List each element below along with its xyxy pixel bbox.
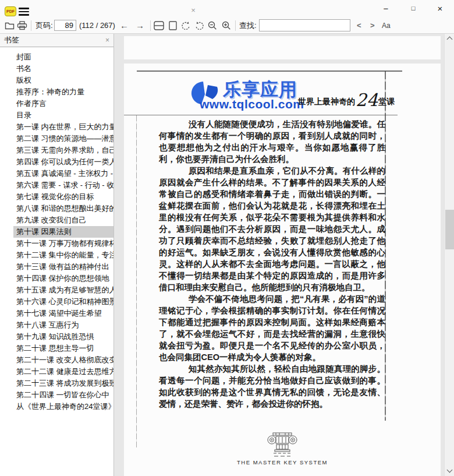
app-window: PDF × − □ × 页码: (112 / 267) ← xyxy=(0,0,454,476)
bookmark-item[interactable]: 第二十二课 健康是过去思维方式 xyxy=(0,366,114,378)
close-button[interactable]: × xyxy=(432,1,448,15)
rotate-left-icon[interactable] xyxy=(180,17,190,33)
bookmark-item[interactable]: 第四课 你可以成为任何一类人 xyxy=(0,156,114,168)
bookmark-item[interactable]: 第二十一课 改变人格彻底改变环 xyxy=(0,354,114,366)
pdf-page-current: 乐享应用 www.tqlcool.com 世界上最神奇的 24 堂课 没有人能随… xyxy=(124,64,441,476)
forward-arrow-button[interactable]: → xyxy=(136,17,144,33)
bookmark-item[interactable]: 目录 xyxy=(0,110,114,121)
page-count-info: (112 / 267) xyxy=(79,17,115,33)
footer-text: THE MASTER KEY SYSTEM xyxy=(124,459,441,466)
header-title-suffix: 堂课 xyxy=(378,97,395,109)
bookmark-item[interactable]: 第三课 无需向外界求助，自己才 xyxy=(0,144,114,156)
match-case-button[interactable]: Aa xyxy=(382,17,391,33)
bookmark-item[interactable]: 第二十四课 一切皆在你心中 xyxy=(0,389,114,401)
paragraph: 学会不偏不倚地思考问题，把“凡有果，必有因”的道理铭记于心，学会根据精确的事实制… xyxy=(159,293,385,363)
find-label: 查找: xyxy=(239,17,257,33)
paragraph: 原因和结果是直系血亲，它们从不分离。有什么样的原因就会产生什么样的结果。不了解事… xyxy=(159,165,385,293)
menu-bar xyxy=(19,14,29,16)
header-title-number: 24 xyxy=(356,91,378,109)
print-icon[interactable] xyxy=(17,17,27,33)
bookmark-item[interactable]: 第十九课 知识战胜恐惧 xyxy=(0,331,114,343)
bookmark-item[interactable]: 作者序言 xyxy=(0,98,114,110)
page-header-title: 世界上最神奇的 24 堂课 xyxy=(298,91,391,109)
vertical-scrollbar[interactable] xyxy=(444,34,454,476)
menu-bar xyxy=(19,8,29,9)
find-previous-button[interactable]: < xyxy=(357,17,361,33)
zoom-in-icon[interactable] xyxy=(222,17,231,33)
bookmark-item[interactable]: 第十一课 万事万物都有规律杯中 xyxy=(0,238,114,249)
open-file-icon[interactable] xyxy=(5,17,15,33)
bookmark-item[interactable]: 第二十三课 将成功发展到极致 xyxy=(0,378,114,389)
page-footer: THE MASTER KEY SYSTEM xyxy=(124,432,441,466)
zoom-out-icon[interactable] xyxy=(208,17,217,33)
bookmarks-list: 封面书名版权推荐序：神奇的力量作者序言目录第一课 内在世界，巨大的力量第二课 习… xyxy=(0,48,114,476)
menu-icon[interactable] xyxy=(19,8,29,16)
pdf-app-icon[interactable]: PDF xyxy=(5,6,16,16)
separator xyxy=(150,20,151,31)
document-canvas: 乐享应用 www.tqlcool.com 世界上最神奇的 24 堂课 没有人能随… xyxy=(114,34,454,476)
bookmark-item[interactable]: 从《世界上最神奇的24堂课》中 xyxy=(0,401,114,412)
pdf-page-previous xyxy=(124,36,441,59)
maximize-button[interactable]: □ xyxy=(406,1,421,15)
bookmark-item[interactable]: 第六课 需要 - 谋求 - 行动 - 收获 xyxy=(0,179,114,191)
separator xyxy=(235,20,236,31)
page-frame-left-rule xyxy=(136,115,137,447)
bookmarks-panel: 书签 × 封面书名版权推荐序：神奇的力量作者序言目录第一课 内在世界，巨大的力量… xyxy=(0,34,114,476)
watermark-url-text: www.tqlcool.com xyxy=(200,97,304,111)
bookmark-item[interactable]: 第五课 真诚渴望 - 主张权力 - 势 xyxy=(0,168,114,179)
bookmark-item[interactable]: 第十五课 成为有足够智慧的人 xyxy=(0,284,114,296)
bookmark-item[interactable]: 第一课 内在世界，巨大的力量 xyxy=(0,121,114,133)
bookmark-item[interactable]: 第十课 因果法则 xyxy=(0,226,114,238)
paragraph: 没有人能随随便便成功，生活没有特别地偏爱谁。任何事情的发生都有一个明确的原因，看… xyxy=(159,118,385,165)
find-input[interactable] xyxy=(259,19,350,31)
page-frame-top-rule xyxy=(137,70,402,72)
page-number-input[interactable] xyxy=(54,20,76,31)
bookmarks-title: 书签 xyxy=(4,35,19,45)
find-next-button[interactable]: > xyxy=(370,17,375,33)
minimize-button[interactable]: − xyxy=(378,1,393,15)
bookmarks-close-icon[interactable]: × xyxy=(105,36,109,44)
tab-bar: PDF × − □ × xyxy=(0,0,454,17)
single-page-icon[interactable] xyxy=(169,17,177,33)
bookmark-item[interactable]: 第十七课 渴望中诞生希望 xyxy=(0,308,114,319)
page-number-label: 页码: xyxy=(36,17,53,33)
rotate-right-icon[interactable] xyxy=(195,17,205,33)
page-header-rule xyxy=(124,115,398,115)
column-logo-icon xyxy=(265,432,299,458)
bookmark-item[interactable]: 第二十课 思想主导一切 xyxy=(0,343,114,354)
separator xyxy=(31,20,31,31)
menu-bar xyxy=(19,11,29,13)
pdf-app-icon-label: PDF xyxy=(6,9,15,13)
chevron-down-icon xyxy=(447,467,453,473)
bookmark-item[interactable]: 第七课 视觉化你的目标 xyxy=(0,191,114,203)
facing-pages-icon[interactable] xyxy=(154,17,164,33)
bookmark-item[interactable]: 第二课 习惯的策源地——潜意识 xyxy=(0,133,114,144)
toolbar: 页码: (112 / 267) ← → xyxy=(0,17,454,34)
bookmarks-header: 书签 × xyxy=(0,34,114,47)
bookmark-item[interactable]: 第十二课 集中你的能量，专注你 xyxy=(0,249,114,261)
bookmark-item[interactable]: 第八课 和谐的思想酿出美好的结 xyxy=(0,203,114,214)
page-body-text: 没有人能随随便便成功，生活没有特别地偏爱谁。任何事情的发生都有一个明确的原因，看… xyxy=(159,118,385,410)
bookmark-item[interactable]: 封面 xyxy=(0,51,114,63)
scroll-up-icon[interactable] xyxy=(445,34,454,44)
bookmark-item[interactable]: 推荐序：神奇的力量 xyxy=(0,86,114,98)
bookmark-item[interactable]: 第九课 改变我们自己 xyxy=(0,214,114,226)
bookmark-item[interactable]: 第十六课 心灵印记和精神图景 xyxy=(0,296,114,308)
bookmark-item[interactable]: 书名 xyxy=(0,63,114,75)
scroll-down-icon[interactable] xyxy=(445,466,454,476)
bookmark-item[interactable]: 版权 xyxy=(0,75,114,86)
bookmark-item[interactable]: 第十三课 做有益的精神付出 xyxy=(0,261,114,273)
bookmark-item[interactable]: 第十四课 保护你的思想领地 xyxy=(0,273,114,284)
bookmark-item[interactable]: 第十八课 互惠行为 xyxy=(0,319,114,331)
chevron-up-icon xyxy=(447,37,453,43)
scrollbar-thumb[interactable] xyxy=(445,210,454,249)
tab-close-icon[interactable]: × xyxy=(189,6,198,15)
back-arrow-button[interactable]: ← xyxy=(120,17,129,33)
paragraph: 知其然亦知其所以然，轻松自由地跟随真理的脚步。看透每一个问题，并能充分恰当地做好… xyxy=(159,363,385,410)
header-title-prefix: 世界上最神奇的 xyxy=(298,97,355,109)
